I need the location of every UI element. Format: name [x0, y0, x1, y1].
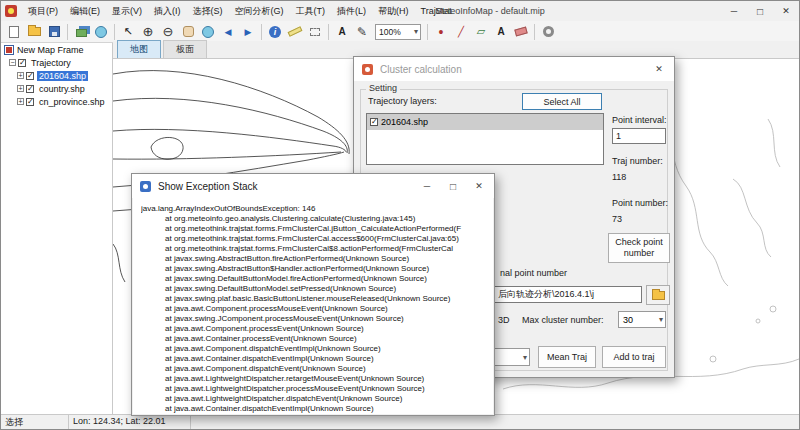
- layer-checkbox[interactable]: [26, 85, 34, 93]
- legend-panel: New Map Frame Trajectory 201604.shp coun…: [1, 43, 113, 414]
- layer-checkbox[interactable]: [26, 72, 34, 80]
- trajectory-layers-list[interactable]: 201604.shp: [366, 113, 604, 165]
- layer-checkbox[interactable]: [26, 98, 34, 106]
- expander-icon[interactable]: [17, 85, 24, 92]
- tab-map[interactable]: 地图: [117, 40, 161, 58]
- point-number-value: 73: [612, 214, 622, 224]
- traj-number-label: Traj number:: [612, 156, 663, 166]
- check-point-number-button[interactable]: Check point number: [608, 233, 670, 263]
- exception-stack-text[interactable]: java.lang.ArrayIndexOutOfBoundsException…: [133, 198, 493, 414]
- status-mode: 选择: [1, 415, 69, 429]
- identify-icon[interactable]: [266, 23, 284, 41]
- menu-view[interactable]: 显示(V): [106, 1, 148, 21]
- meteoinfomap-window: 项目(P) 编辑(E) 显示(V) 插入(I) 选择(S) 空间分析(G) 工具…: [0, 0, 800, 430]
- stack-line: at java.awt.Container.processEvent(Unkno…: [141, 334, 493, 344]
- cluster-number-combo[interactable]: [494, 348, 530, 366]
- zoom-out-icon[interactable]: [159, 23, 177, 41]
- traj-number-value: 118: [612, 172, 626, 182]
- layer-list-item[interactable]: 201604.shp: [367, 114, 603, 130]
- menu-plugins[interactable]: 插件(L): [331, 1, 372, 21]
- menu-edit[interactable]: 编辑(E): [64, 1, 106, 21]
- group-label: Trajectory: [29, 58, 73, 68]
- stack-line: at java.awt.Component.dispatchEventImpl(…: [141, 344, 493, 354]
- browse-button[interactable]: [646, 285, 670, 305]
- menu-spatial-analysis[interactable]: 空间分析(G): [229, 1, 290, 21]
- menu-tools[interactable]: 工具(T): [290, 1, 332, 21]
- layer-checkbox[interactable]: [18, 59, 26, 67]
- cluster-dialog-icon: [362, 64, 373, 75]
- legend-group-trajectory[interactable]: Trajectory: [1, 56, 112, 69]
- draw-polyline-icon[interactable]: [452, 23, 470, 41]
- max-cluster-number-combo[interactable]: 30: [618, 311, 666, 328]
- new-project-icon[interactable]: [5, 23, 23, 41]
- stack-line: at java.awt.LightweightDispatcher.dispat…: [141, 394, 493, 404]
- zoom-level-combo[interactable]: 100%: [375, 24, 421, 40]
- exception-minimize-icon[interactable]: [414, 175, 440, 197]
- exception-dialog: Show Exception Stack java.lang.ArrayInde…: [131, 173, 495, 416]
- expander-icon[interactable]: [17, 98, 24, 105]
- menu-help[interactable]: 帮助(H): [372, 1, 415, 21]
- stack-line: at java.awt.LightweightDispatcher.proces…: [141, 384, 493, 394]
- edit-icon[interactable]: [353, 23, 371, 41]
- exception-maximize-icon[interactable]: [440, 175, 466, 197]
- zoom-next-icon[interactable]: [239, 23, 257, 41]
- menu-trajstat[interactable]: TrajStat: [415, 1, 458, 21]
- add-to-traj-button[interactable]: Add to traj: [602, 346, 666, 368]
- title-bar: 项目(P) 编辑(E) 显示(V) 插入(I) 选择(S) 空间分析(G) 工具…: [1, 1, 799, 21]
- legend-layer-country[interactable]: country.shp: [1, 82, 112, 95]
- cluster-dialog-close-icon[interactable]: [646, 58, 672, 80]
- full-extent-icon[interactable]: [199, 23, 217, 41]
- select-icon[interactable]: [119, 23, 137, 41]
- output-path-input[interactable]: [494, 286, 642, 303]
- layer-label: country.shp: [37, 84, 87, 94]
- stack-line: at javax.swing.JComponent.processMouseEv…: [141, 314, 493, 324]
- app-icon: [5, 5, 17, 17]
- select-all-button[interactable]: Select All: [522, 93, 602, 110]
- tab-layout[interactable]: 板面: [163, 40, 207, 58]
- folder-icon: [652, 291, 665, 300]
- cluster-dialog-titlebar[interactable]: Cluster calculation: [354, 57, 674, 81]
- label-icon[interactable]: [333, 23, 351, 41]
- close-button[interactable]: [773, 1, 799, 21]
- zoom-in-icon[interactable]: [139, 23, 157, 41]
- minimize-button[interactable]: [721, 1, 747, 21]
- stack-line: at javax.swing.DefaultButtonModel.setPre…: [141, 284, 493, 294]
- add-web-layer-icon[interactable]: [92, 23, 110, 41]
- menu-selection[interactable]: 选择(S): [187, 1, 229, 21]
- stack-line: at java.awt.Component.processEvent(Unkno…: [141, 324, 493, 334]
- measure-icon[interactable]: [286, 23, 304, 41]
- draw-point-icon[interactable]: [432, 23, 450, 41]
- save-project-icon[interactable]: [45, 23, 63, 41]
- pan-icon[interactable]: [179, 23, 197, 41]
- menu-insert[interactable]: 插入(I): [148, 1, 187, 21]
- eraser-icon[interactable]: [512, 23, 530, 41]
- layer-item-checkbox[interactable]: [370, 118, 378, 126]
- stack-line: at javax.swing.plaf.basic.BasicButtonLis…: [141, 294, 493, 304]
- map-frame-icon: [4, 45, 14, 55]
- menu-project[interactable]: 项目(P): [22, 1, 64, 21]
- legend-layer-cn-province[interactable]: cn_province.shp: [1, 95, 112, 108]
- zoom-level-value: 100%: [379, 27, 401, 37]
- settings-icon[interactable]: [539, 23, 557, 41]
- layer-label: cn_province.shp: [37, 97, 107, 107]
- select-feature-icon[interactable]: [306, 23, 324, 41]
- max-cluster-number-label: Max cluster number:: [522, 315, 604, 325]
- text-tool-icon[interactable]: [492, 23, 510, 41]
- open-project-icon[interactable]: [25, 23, 43, 41]
- legend-layer-201604[interactable]: 201604.shp: [1, 69, 112, 82]
- stack-line: at javax.swing.DefaultButtonModel.fireAc…: [141, 274, 493, 284]
- draw-polygon-icon[interactable]: [472, 23, 490, 41]
- expander-icon[interactable]: [9, 59, 16, 66]
- add-layer-icon[interactable]: [72, 23, 90, 41]
- exception-close-icon[interactable]: [466, 175, 492, 197]
- stack-line: at org.meteothink.trajstat.forms.FrmClus…: [141, 224, 493, 234]
- layer-item-label: 201604.shp: [381, 117, 428, 127]
- zoom-previous-icon[interactable]: [219, 23, 237, 41]
- stack-line: at java.awt.Component.dispatchEvent(Unkn…: [141, 364, 493, 374]
- point-interval-input[interactable]: [612, 128, 666, 144]
- maximize-button[interactable]: [747, 1, 773, 21]
- exception-dialog-titlebar[interactable]: Show Exception Stack: [132, 174, 494, 198]
- mean-traj-button[interactable]: Mean Traj: [538, 346, 596, 368]
- legend-root-map-frame[interactable]: New Map Frame: [1, 43, 112, 56]
- expander-icon[interactable]: [17, 72, 24, 79]
